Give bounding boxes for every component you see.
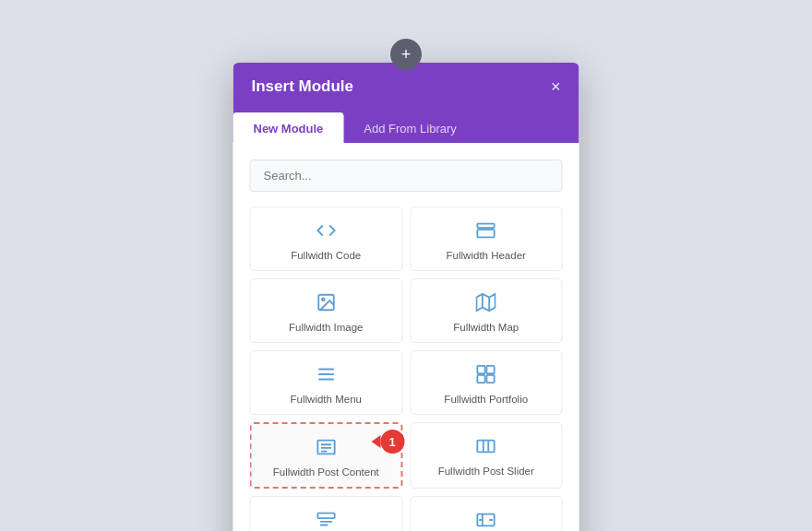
slider-icon xyxy=(476,510,496,531)
modal-body: Fullwidth Code Fullwidth Header xyxy=(233,143,579,531)
module-label: Fullwidth Portfolio xyxy=(444,394,528,405)
module-fullwidth-menu[interactable]: Fullwidth Menu xyxy=(250,350,403,415)
insert-module-modal: Insert Module × New Module Add From Libr… xyxy=(233,63,579,531)
module-label: Fullwidth Code xyxy=(291,250,361,261)
code-icon xyxy=(316,220,336,243)
svg-rect-12 xyxy=(478,375,485,383)
plus-icon: + xyxy=(401,45,412,65)
svg-rect-13 xyxy=(487,375,495,383)
svg-rect-18 xyxy=(478,441,495,453)
badge-arrow xyxy=(371,435,380,448)
svg-rect-11 xyxy=(487,366,495,373)
svg-rect-19 xyxy=(317,513,334,519)
module-fullwidth-map[interactable]: Fullwidth Map xyxy=(410,278,563,343)
module-label: Fullwidth Header xyxy=(447,250,526,261)
module-fullwidth-post-slider[interactable]: Fullwidth Post Slider xyxy=(410,422,563,489)
module-label: Fullwidth Map xyxy=(453,322,519,333)
tab-add-from-library[interactable]: Add From Library xyxy=(343,112,476,145)
header-icon xyxy=(476,220,496,243)
post-title-icon xyxy=(316,510,336,531)
module-label: Fullwidth Post Slider xyxy=(438,466,534,477)
module-fullwidth-image[interactable]: Fullwidth Image xyxy=(250,278,403,343)
badge-container: 1 xyxy=(380,430,404,454)
map-icon xyxy=(476,292,496,315)
image-icon xyxy=(316,292,336,315)
svg-point-3 xyxy=(322,298,325,301)
module-label: Fullwidth Menu xyxy=(291,394,362,405)
menu-icon xyxy=(316,364,336,387)
svg-rect-1 xyxy=(478,230,495,237)
close-button[interactable]: × xyxy=(551,78,561,95)
module-label: Fullwidth Post Content xyxy=(273,466,379,478)
module-fullwidth-post-title[interactable]: Fullwidth Post Title xyxy=(250,496,403,531)
add-section-button[interactable]: + xyxy=(390,39,422,70)
page-container: + Insert Module × New Module Add From Li… xyxy=(0,0,812,531)
svg-rect-10 xyxy=(478,366,485,373)
module-fullwidth-post-content[interactable]: Fullwidth Post Content 1 xyxy=(250,422,403,489)
search-container xyxy=(250,159,563,192)
post-slider-icon xyxy=(476,436,496,459)
svg-marker-4 xyxy=(477,294,496,311)
notification-badge: 1 xyxy=(380,430,404,454)
module-fullwidth-code[interactable]: Fullwidth Code xyxy=(250,206,403,271)
module-fullwidth-portfolio[interactable]: Fullwidth Portfolio xyxy=(410,350,563,415)
post-content-icon xyxy=(316,437,336,460)
search-input[interactable] xyxy=(250,159,563,192)
svg-rect-0 xyxy=(478,224,495,229)
modal-title: Insert Module xyxy=(252,77,354,96)
portfolio-icon xyxy=(476,364,496,387)
tab-new-module[interactable]: New Module xyxy=(233,112,344,145)
module-label: Fullwidth Image xyxy=(289,322,364,333)
module-fullwidth-slider[interactable]: Fullwidth Slider xyxy=(410,496,563,531)
modal-tabs: New Module Add From Library xyxy=(233,111,579,143)
modules-grid: Fullwidth Code Fullwidth Header xyxy=(250,206,563,531)
module-fullwidth-header[interactable]: Fullwidth Header xyxy=(410,206,563,271)
